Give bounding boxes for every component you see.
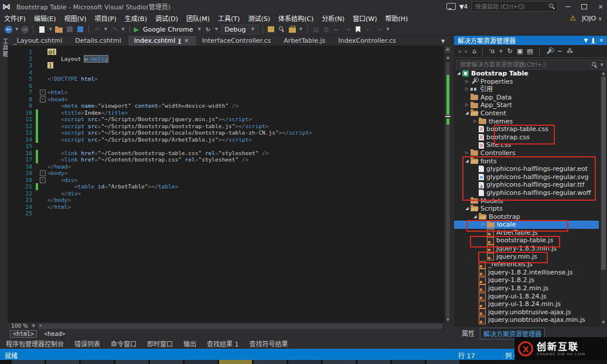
tree-item[interactable]: jquery-1.8.3.min.js bbox=[454, 245, 599, 253]
menu-item[interactable]: 团队(M) bbox=[182, 13, 214, 23]
panel-tab[interactable]: 命令窗口 bbox=[111, 339, 137, 348]
minimize-button[interactable] bbox=[561, 1, 574, 12]
expanded-arrow-icon[interactable]: ◢ bbox=[455, 70, 462, 78]
panel-tab[interactable]: 输出 bbox=[183, 339, 196, 348]
taskbar-button[interactable] bbox=[323, 360, 356, 364]
taskbar-button[interactable] bbox=[46, 360, 79, 364]
code-line[interactable]: 24</html> bbox=[8, 204, 442, 211]
start-debug-icon[interactable]: ▶ bbox=[134, 26, 139, 33]
taskbar-button[interactable] bbox=[150, 360, 183, 364]
tool-window-tab[interactable]: 属性 bbox=[459, 328, 478, 338]
refresh-dropdown-icon[interactable]: ▼ bbox=[215, 27, 218, 32]
tab-_Layout.cshtml[interactable]: _Layout.cshtml bbox=[8, 36, 69, 46]
properties-wrench-icon[interactable] bbox=[547, 49, 552, 54]
tree-item[interactable]: Models bbox=[454, 197, 599, 205]
tab-Details.cshtml[interactable]: Details.cshtml bbox=[69, 36, 128, 46]
code-line[interactable]: 8<head> bbox=[8, 96, 442, 103]
window-position-dropdown-icon[interactable]: ▼ bbox=[584, 37, 588, 43]
code-line[interactable]: 7<html> bbox=[8, 89, 442, 96]
navigate-back-icon[interactable]: ← bbox=[5, 26, 12, 33]
tab-list-dropdown-icon[interactable]: ▼ bbox=[441, 39, 445, 44]
code-editor[interactable]: 1@{2 Layout = null;3}45<!DOCTYPE html>67… bbox=[8, 46, 454, 322]
refresh-tree-icon[interactable]: ↻ bbox=[507, 47, 513, 55]
tree-item[interactable]: ◢Bootstrap bbox=[454, 213, 599, 221]
panel-tab[interactable]: 查找结果 1 bbox=[207, 339, 239, 348]
expanded-arrow-icon[interactable]: ◢ bbox=[463, 109, 470, 118]
taskbar-button[interactable] bbox=[427, 360, 459, 364]
tree-item[interactable]: jquery-1.8.2.intellisense.js bbox=[454, 269, 599, 277]
tree-item[interactable]: glyphicons-halflings-regular.woff bbox=[454, 189, 599, 197]
undo-icon[interactable]: ↶ bbox=[93, 25, 101, 34]
quick-launch-input[interactable] bbox=[474, 3, 547, 11]
windows-taskbar[interactable] bbox=[0, 360, 607, 364]
collapsed-arrow-icon[interactable]: ▷ bbox=[463, 101, 470, 109]
redo-dropdown-icon[interactable]: ▼ bbox=[121, 27, 124, 32]
save-all-icon[interactable] bbox=[76, 25, 84, 34]
code-line[interactable]: 17 <link href="~/Content/bootstrap.css" … bbox=[8, 156, 442, 163]
browser-select[interactable]: Google Chrome bbox=[143, 26, 193, 33]
menu-item[interactable]: 帮助(H) bbox=[381, 13, 412, 23]
expanded-arrow-icon[interactable]: ◢ bbox=[463, 205, 470, 213]
code-line[interactable]: 9 <meta name="viewport" content="width=d… bbox=[8, 102, 442, 109]
collapsed-arrow-icon[interactable]: ▷ bbox=[463, 85, 470, 94]
save-icon[interactable] bbox=[66, 25, 74, 34]
close-tab-icon[interactable]: ✕ bbox=[184, 37, 189, 44]
breadcrumb-item[interactable]: <head> bbox=[42, 331, 67, 337]
tree-item[interactable]: jquery-ui-1.8.24.min.js bbox=[454, 300, 599, 308]
menu-item[interactable]: 项目(P) bbox=[91, 13, 121, 23]
menu-item[interactable]: 视图(V) bbox=[60, 13, 90, 23]
toolbar-overflow-icon[interactable]: ▼ bbox=[299, 27, 302, 32]
tree-item[interactable]: App_Data bbox=[454, 94, 599, 102]
tree-item[interactable]: glyphicons-halflings-regular.svg bbox=[454, 173, 599, 181]
fold-toggle-icon[interactable] bbox=[40, 170, 46, 176]
tree-item[interactable]: ◢Bootstrap Table bbox=[454, 70, 599, 78]
code-line[interactable]: 13 <script src="~/Scripts/Bootstrap/loca… bbox=[8, 129, 442, 136]
scroll-down-icon[interactable]: ▼ bbox=[601, 320, 606, 325]
code-line[interactable]: 12 <script src="~/Scripts/Bootstrap/boot… bbox=[8, 123, 442, 130]
new-file-icon[interactable] bbox=[37, 25, 46, 34]
tree-item[interactable]: ▷Properties bbox=[454, 78, 599, 86]
menu-item[interactable]: 工具(T) bbox=[214, 13, 244, 23]
home-icon[interactable]: ⌂ bbox=[472, 47, 476, 55]
code-line[interactable]: 3} bbox=[8, 62, 442, 69]
tree-item[interactable]: _references.js bbox=[454, 260, 599, 269]
se-vertical-scrollbar[interactable]: ▲ ▼ bbox=[601, 70, 606, 326]
pending-changes-icon[interactable]: ▣ bbox=[517, 47, 523, 55]
preview-selected-icon[interactable]: ▤ bbox=[527, 47, 533, 55]
breadcrumb-item[interactable]: <html> bbox=[10, 330, 37, 338]
toolbox-briefcase-icon[interactable] bbox=[288, 25, 296, 34]
scrollbar-thumb[interactable] bbox=[601, 77, 606, 270]
code-line[interactable]: 18</head> bbox=[8, 163, 442, 170]
undo-dropdown-icon[interactable]: ▼ bbox=[104, 27, 107, 32]
tree-item[interactable]: ▷locale bbox=[454, 221, 599, 229]
fold-toggle-icon[interactable] bbox=[40, 97, 46, 102]
menu-item[interactable]: 窗口(W) bbox=[349, 13, 381, 23]
fold-toggle-icon[interactable] bbox=[40, 90, 46, 95]
code-line[interactable]: 23</body> bbox=[8, 197, 442, 204]
code-line[interactable]: 2 Layout = null; bbox=[8, 56, 442, 63]
close-button[interactable]: × bbox=[594, 1, 607, 12]
panel-tab[interactable]: 错误列表 bbox=[74, 339, 100, 348]
menu-item[interactable]: 文件(F) bbox=[0, 13, 30, 23]
menu-item[interactable]: 体系结构(C) bbox=[274, 13, 318, 23]
pin-icon[interactable] bbox=[592, 38, 594, 43]
tree-item[interactable]: ▷Controllers bbox=[454, 149, 599, 157]
collapsed-arrow-icon[interactable]: ▷ bbox=[463, 149, 470, 157]
tree-item[interactable]: glyphicons-halflings-regular.eot bbox=[454, 165, 599, 173]
menu-item[interactable]: 调试(D) bbox=[151, 13, 182, 23]
taskbar-button[interactable] bbox=[185, 360, 217, 364]
collapsed-arrow-icon[interactable]: ▷ bbox=[480, 221, 487, 229]
close-panel-icon[interactable]: ✕ bbox=[599, 37, 603, 43]
tree-item[interactable]: Site.css bbox=[454, 141, 599, 149]
tree-item[interactable]: ▷App_Start bbox=[454, 101, 599, 109]
taskbar-button[interactable] bbox=[357, 360, 390, 364]
solution-explorer-header[interactable]: 解决方案资源管理器 ▼ ✕ bbox=[454, 36, 607, 45]
account-menu[interactable]: JOJO ▼ bbox=[582, 15, 602, 22]
solution-search-input[interactable] bbox=[459, 61, 589, 68]
search-options-icon[interactable]: ▼ bbox=[601, 63, 603, 67]
unpin-icon[interactable]: − bbox=[557, 47, 562, 55]
code-line[interactable]: 21 <table id="ArbetTable"></table> bbox=[8, 183, 442, 190]
tree-item[interactable]: jquery-1.8.2.js bbox=[454, 276, 599, 284]
code-line[interactable]: 22 </div> bbox=[8, 190, 442, 197]
split-editor-grip-icon[interactable]: + bbox=[445, 47, 451, 53]
